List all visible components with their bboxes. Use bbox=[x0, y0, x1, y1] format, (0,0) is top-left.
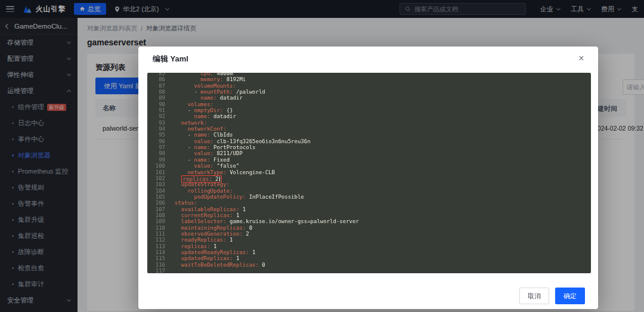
code-line[interactable]: 105 podUpdatePolicy: InPlaceIfPossible bbox=[147, 194, 591, 200]
code-text: - name: PortProtocols bbox=[175, 144, 255, 150]
code-line[interactable]: 116 waitToBeDeletedReplicas: 0 bbox=[147, 262, 591, 268]
code-text: name: datadir bbox=[175, 95, 243, 101]
code-text: availableReplicas: 1 bbox=[175, 206, 246, 212]
line-number: 105 bbox=[147, 194, 165, 200]
code-text: volumes: bbox=[175, 101, 213, 107]
edit-yaml-modal: 编辑 Yaml × 85 cpu: 4000m86 memory: 8192Mi… bbox=[138, 47, 598, 309]
code-line[interactable]: 113 replicas: 1 bbox=[147, 243, 591, 249]
code-line[interactable]: 110 maintainingReplicas: 0 bbox=[147, 225, 591, 231]
line-number: 93 bbox=[147, 120, 165, 126]
code-line[interactable]: 115 updatedReplicas: 1 bbox=[147, 255, 591, 261]
code-text: labelSelector: game.kruise.io/owner-gss=… bbox=[175, 218, 359, 224]
code-line[interactable]: 88 - mountPath: /palworld bbox=[147, 89, 591, 95]
code-line[interactable]: 100 value: "false" bbox=[147, 163, 591, 169]
line-number: 92 bbox=[147, 113, 165, 119]
line-number: 88 bbox=[147, 89, 165, 95]
code-line[interactable]: 93 network: bbox=[147, 120, 591, 126]
code-text: - emptyDir: {} bbox=[175, 107, 233, 113]
cancel-button[interactable]: 取消 bbox=[519, 288, 549, 304]
code-line[interactable]: 98 value: 8211/UDP bbox=[147, 150, 591, 156]
line-number: 90 bbox=[147, 101, 165, 107]
code-text: readyReplicas: 1 bbox=[175, 237, 233, 243]
code-text: waitToBeDeletedReplicas: 0 bbox=[175, 262, 265, 268]
line-number: 112 bbox=[147, 237, 165, 243]
code-line[interactable]: 99 - name: Fixed bbox=[147, 157, 591, 163]
code-text: currentReplicas: 1 bbox=[175, 212, 239, 218]
code-text: networkType: Volcengine-CLB bbox=[175, 169, 275, 175]
modal-header: 编辑 Yaml bbox=[138, 47, 598, 72]
line-number: 102 bbox=[147, 175, 165, 181]
line-number: 87 bbox=[147, 83, 165, 89]
code-text: memory: 8192Mi bbox=[175, 76, 246, 82]
yaml-editor[interactable]: 85 cpu: 4000m86 memory: 8192Mi87 volumeM… bbox=[147, 73, 591, 273]
code-line[interactable]: 104 rollingUpdate: bbox=[147, 188, 591, 194]
code-line[interactable]: 95 - name: ClbIds bbox=[147, 132, 591, 138]
code-text: podUpdatePolicy: InPlaceIfPossible bbox=[175, 194, 304, 200]
line-number: 94 bbox=[147, 126, 165, 132]
line-number: 99 bbox=[147, 157, 165, 163]
code-text: networkConf: bbox=[175, 126, 227, 132]
line-number: 101 bbox=[147, 169, 165, 175]
code-text: value: clb-13fq3265eo6io3n6nu5reu36n bbox=[175, 138, 311, 144]
code-line[interactable]: 97 - name: PortProtocols bbox=[147, 144, 591, 150]
line-number: 111 bbox=[147, 231, 165, 237]
code-line[interactable]: 103 updateStrategy: bbox=[147, 181, 591, 187]
confirm-button[interactable]: 确定 bbox=[555, 288, 585, 304]
line-number: 114 bbox=[147, 249, 165, 255]
line-number: 115 bbox=[147, 255, 165, 261]
line-number: 109 bbox=[147, 218, 165, 224]
line-number: 110 bbox=[147, 225, 165, 231]
code-text: updatedReplicas: 1 bbox=[175, 255, 239, 261]
code-text: - name: ClbIds bbox=[175, 132, 233, 138]
code-line[interactable]: 89 name: datadir bbox=[147, 95, 591, 101]
code-text: volumeMounts: bbox=[175, 83, 236, 89]
code-line[interactable]: 108 currentReplicas: 1 bbox=[147, 212, 591, 218]
code-line[interactable]: 101 networkType: Volcengine-CLB bbox=[147, 169, 591, 175]
line-number: 98 bbox=[147, 150, 165, 156]
modal-title: 编辑 Yaml bbox=[153, 54, 188, 64]
line-number: 100 bbox=[147, 163, 165, 169]
code-line[interactable]: 106status: bbox=[147, 200, 591, 206]
code-text: updatedReadyReplicas: 1 bbox=[175, 249, 255, 255]
line-number: 91 bbox=[147, 107, 165, 113]
code-line[interactable]: 91 - emptyDir: {} bbox=[147, 107, 591, 113]
code-line[interactable]: 111 observedGeneration: 2 bbox=[147, 231, 591, 237]
code-line[interactable]: 90 volumes: bbox=[147, 101, 591, 107]
line-number: 116 bbox=[147, 262, 165, 268]
code-text: status: bbox=[175, 200, 197, 206]
line-number: 97 bbox=[147, 144, 165, 150]
text-cursor bbox=[219, 177, 220, 181]
code-line[interactable]: 87 volumeMounts: bbox=[147, 83, 591, 89]
line-number: 108 bbox=[147, 212, 165, 218]
code-text: replicas: 2 bbox=[175, 175, 222, 181]
line-number: 113 bbox=[147, 243, 165, 249]
code-line[interactable]: 92 name: datadir bbox=[147, 113, 591, 119]
line-number: 86 bbox=[147, 76, 165, 82]
code-text: - mountPath: /palworld bbox=[175, 89, 265, 95]
line-number: 95 bbox=[147, 132, 165, 138]
code-line[interactable]: 102 replicas: 2 bbox=[147, 175, 591, 181]
modal-footer: 取消 确定 bbox=[519, 288, 585, 304]
line-number: 106 bbox=[147, 200, 165, 206]
line-number: 104 bbox=[147, 188, 165, 194]
code-line[interactable]: 112 readyReplicas: 1 bbox=[147, 237, 591, 243]
code-line[interactable]: 86 memory: 8192Mi bbox=[147, 76, 591, 82]
line-number: 107 bbox=[147, 206, 165, 212]
code-line[interactable]: 114 updatedReadyReplicas: 1 bbox=[147, 249, 591, 255]
code-text: updateStrategy: bbox=[175, 181, 230, 187]
code-text: observedGeneration: 2 bbox=[175, 231, 249, 237]
code-line[interactable]: 96 value: clb-13fq3265eo6io3n6nu5reu36n bbox=[147, 138, 591, 144]
code-line[interactable]: 94 networkConf: bbox=[147, 126, 591, 132]
code-text: network: bbox=[175, 120, 207, 126]
code-line[interactable]: 117 bbox=[147, 268, 591, 273]
code-text: rollingUpdate: bbox=[175, 188, 233, 194]
yaml-code: 85 cpu: 4000m86 memory: 8192Mi87 volumeM… bbox=[147, 73, 591, 273]
close-icon[interactable]: × bbox=[575, 52, 587, 64]
code-text: value: 8211/UDP bbox=[175, 150, 243, 156]
code-text: - name: Fixed bbox=[175, 157, 230, 163]
code-line[interactable]: 107 availableReplicas: 1 bbox=[147, 206, 591, 212]
code-text: name: datadir bbox=[175, 113, 236, 119]
code-text: value: "false" bbox=[175, 163, 239, 169]
line-number: 103 bbox=[147, 181, 165, 187]
code-line[interactable]: 109 labelSelector: game.kruise.io/owner-… bbox=[147, 218, 591, 224]
